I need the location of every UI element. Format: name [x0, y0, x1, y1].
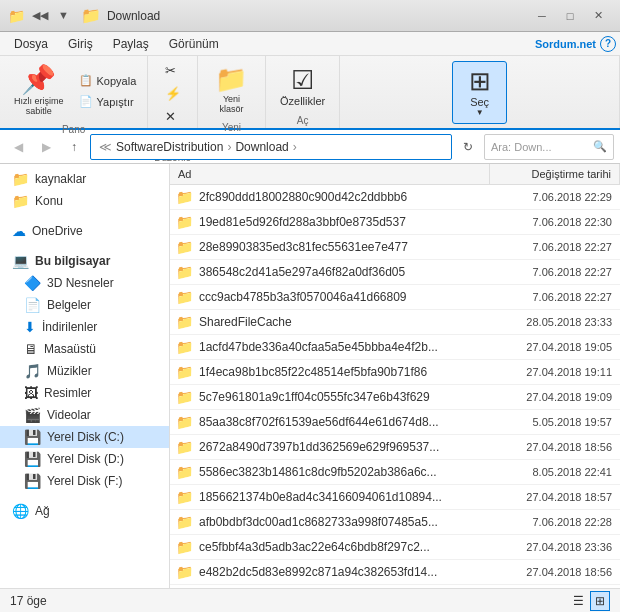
ribbon-btn-cut[interactable]: ✂: [160, 60, 186, 81]
file-date-cell: 8.05.2018 22:41: [490, 464, 620, 480]
yeni-buttons: 📁 Yeniklasör: [204, 60, 259, 120]
ribbon-btn-properties[interactable]: ☑ Özellikler: [272, 61, 333, 113]
copy-path-icon: ⚡: [165, 86, 181, 101]
table-row[interactable]: 📁 19ed81e5d926fd288a3bbf0e8735d537 7.06.…: [170, 210, 620, 235]
search-box[interactable]: Ara: Down... 🔍: [484, 134, 614, 160]
minimize-button[interactable]: ─: [528, 2, 556, 30]
file-name-text: 28e89903835ed3c81fec55631ee7e477: [199, 240, 408, 254]
sidebar-item-indirilenler[interactable]: ⬇ İndirilenler: [0, 316, 169, 338]
quick-access-btn[interactable]: ◀◀: [28, 7, 52, 24]
table-row[interactable]: 📁 28e89903835ed3c81fec55631ee7e477 7.06.…: [170, 235, 620, 260]
ribbon-btn-hizli-erisim[interactable]: 📌 Hızlı erişimesabitle: [6, 60, 72, 122]
ribbon-btn-yapistir[interactable]: 📄 Yapıştır: [74, 92, 142, 111]
disk-c-icon: 💾: [24, 429, 41, 445]
col-header-name[interactable]: Ad: [170, 164, 490, 184]
menu-giris[interactable]: Giriş: [58, 35, 103, 53]
path-breadcrumb-icon: ≪: [99, 140, 112, 154]
file-list-container: Ad Değiştirme tarihi 📁 2fc890ddd18002880…: [170, 164, 620, 588]
back-button[interactable]: ◀: [6, 135, 30, 159]
folder-icon: 📁: [176, 439, 193, 455]
title-bar-window-icons: 📁 ◀◀ ▼: [8, 7, 73, 24]
ribbon-btn-copy-path[interactable]: ⚡: [160, 83, 186, 104]
sidebar-item-resimler[interactable]: 🖼 Resimler: [0, 382, 169, 404]
table-row[interactable]: 📁 386548c2d41a5e297a46f82a0df36d05 7.06.…: [170, 260, 620, 285]
sidebar-item-onedrive[interactable]: ☁ OneDrive: [0, 220, 169, 242]
file-name-text: ce5fbbf4a3d5adb3ac22e64c6bdb8f297c2...: [199, 540, 430, 554]
sidebar-item-belgeler[interactable]: 📄 Belgeler: [0, 294, 169, 316]
file-name-text: ccc9acb4785b3a3f0570046a41d66809: [199, 290, 407, 304]
table-row[interactable]: 📁 ce5fbbf4a3d5adb3ac22e64c6bdb8f297c2...…: [170, 535, 620, 560]
table-row[interactable]: 📁 e482b2dc5d83e8992c871a94c382653fd14...…: [170, 560, 620, 585]
window-title: 📁 Download: [81, 6, 528, 25]
path-download[interactable]: Download: [235, 140, 288, 154]
view-details-btn[interactable]: ☰: [568, 591, 588, 611]
folder-icon: 📁: [176, 489, 193, 505]
menu-gorunum[interactable]: Görünüm: [159, 35, 229, 53]
ribbon-btn-delete[interactable]: ✕: [160, 106, 186, 127]
sidebar-item-videolar[interactable]: 🎬 Videolar: [0, 404, 169, 426]
ribbon-group-sec: ⊞ Seç ▼: [340, 56, 620, 128]
table-row[interactable]: 📁 SharedFileCache 28.05.2018 23:33: [170, 310, 620, 335]
maximize-button[interactable]: □: [556, 2, 584, 30]
file-name-text: 1acfd47bde336a40cfaa5a5e45bbba4e4f2b...: [199, 340, 438, 354]
table-row[interactable]: 📁 2672a8490d7397b1dd362569e629f969537...…: [170, 435, 620, 460]
sidebar-label: Yerel Disk (D:): [47, 452, 124, 466]
table-row[interactable]: 📁 1856621374b0e8ad4c34166094061d10894...…: [170, 485, 620, 510]
sidebar: 📁 kaynaklar 📁 Konu ☁ OneDrive 💻 Bu bilgi…: [0, 164, 170, 588]
sidebar-item-yerel-disk-d[interactable]: 💾 Yerel Disk (D:): [0, 448, 169, 470]
view-large-btn[interactable]: ⊞: [590, 591, 610, 611]
table-row[interactable]: 📁 2fc890ddd18002880c900d42c2ddbbb6 7.06.…: [170, 185, 620, 210]
folder-icon: 📁: [12, 193, 29, 209]
select-dropdown-icon: ▼: [476, 108, 484, 117]
disk-d-icon: 💾: [24, 451, 41, 467]
table-row[interactable]: 📁 85aa38c8f702f61539ae56df644e61d674d8..…: [170, 410, 620, 435]
menu-paylas[interactable]: Paylaş: [103, 35, 159, 53]
sidebar-item-bu-bilgisayar[interactable]: 💻 Bu bilgisayar: [0, 250, 169, 272]
table-row[interactable]: 📁 afb0bdbf3dc00ad1c8682733a998f07485a5..…: [170, 510, 620, 535]
quick-access-btn2[interactable]: ▼: [54, 7, 73, 24]
folder-icon: 📁: [176, 364, 193, 380]
table-row[interactable]: 📁 facda6053016c3d29c351134bbaab16d66e...…: [170, 585, 620, 588]
sidebar-separator3: [0, 492, 169, 500]
yeni-group-label: Yeni: [222, 122, 241, 133]
ribbon-btn-new-folder[interactable]: 📁 Yeniklasör: [204, 60, 259, 120]
sidebar-item-muzikler[interactable]: 🎵 Müzikler: [0, 360, 169, 382]
file-list-header: Ad Değiştirme tarihi: [170, 164, 620, 185]
col-header-date[interactable]: Değiştirme tarihi: [490, 164, 620, 184]
sidebar-item-yerel-disk-f[interactable]: 💾 Yerel Disk (F:): [0, 470, 169, 492]
table-row[interactable]: 📁 1f4eca98b1bc85f22c48514ef5bfa90b71f86 …: [170, 360, 620, 385]
file-name-cell: 📁 ce5fbbf4a3d5adb3ac22e64c6bdb8f297c2...: [170, 537, 490, 557]
sidebar-label: Videolar: [47, 408, 91, 422]
ribbon-btn-kopyala[interactable]: 📋 Kopyala: [74, 71, 142, 90]
forward-button[interactable]: ▶: [34, 135, 58, 159]
table-row[interactable]: 📁 1acfd47bde336a40cfaa5a5e45bbba4e4f2b..…: [170, 335, 620, 360]
new-folder-icon: 📁: [215, 66, 247, 92]
sidebar-item-masaustu[interactable]: 🖥 Masaüstü: [0, 338, 169, 360]
music-icon: 🎵: [24, 363, 41, 379]
close-button[interactable]: ✕: [584, 2, 612, 30]
refresh-button[interactable]: ↻: [456, 135, 480, 159]
menu-dosya[interactable]: Dosya: [4, 35, 58, 53]
videos-icon: 🎬: [24, 407, 41, 423]
table-row[interactable]: 📁 ccc9acb4785b3a3f0570046a41d66809 7.06.…: [170, 285, 620, 310]
table-row[interactable]: 📁 5586ec3823b14861c8dc9fb5202ab386a6c...…: [170, 460, 620, 485]
address-path[interactable]: ≪ SoftwareDistribution › Download ›: [90, 134, 452, 160]
folder-icon: 📁: [176, 239, 193, 255]
sidebar-item-konu[interactable]: 📁 Konu: [0, 190, 169, 212]
up-button[interactable]: ↑: [62, 135, 86, 159]
sidebar-item-ag[interactable]: 🌐 Ağ: [0, 500, 169, 522]
sidebar-label: Resimler: [44, 386, 91, 400]
help-icon[interactable]: ?: [600, 36, 616, 52]
ribbon-btn-select[interactable]: ⊞ Seç ▼: [452, 61, 507, 124]
path-software-distribution[interactable]: SoftwareDistribution: [116, 140, 223, 154]
ac-buttons: ☑ Özellikler: [272, 60, 333, 113]
sidebar-item-kaynaklar[interactable]: 📁 kaynaklar: [0, 168, 169, 190]
sidebar-item-3d-nesneler[interactable]: 🔷 3D Nesneler: [0, 272, 169, 294]
file-name-cell: 📁 facda6053016c3d29c351134bbaab16d66e...: [170, 587, 490, 588]
sidebar-label: Ağ: [35, 504, 50, 518]
ac-group-label: Aç: [297, 115, 309, 126]
table-row[interactable]: 📁 5c7e961801a9c1ff04c0555fc347e6b43f629 …: [170, 385, 620, 410]
cloud-icon: ☁: [12, 223, 26, 239]
sidebar-item-yerel-disk-c[interactable]: 💾 Yerel Disk (C:): [0, 426, 169, 448]
path-arrow-2: ›: [293, 140, 297, 154]
